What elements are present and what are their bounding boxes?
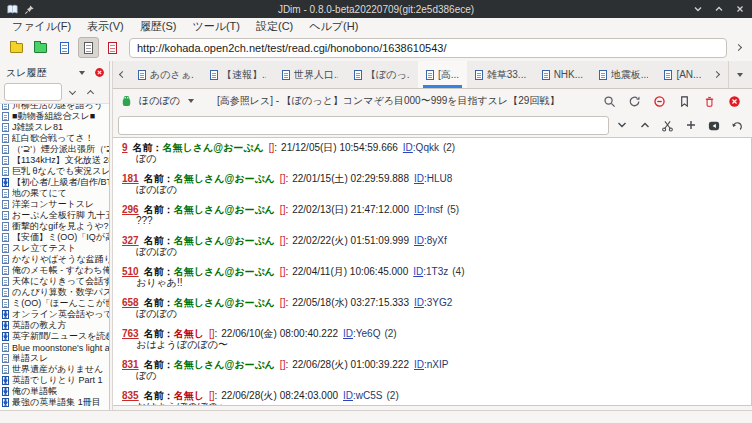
post-number-link[interactable]: 327 [122,235,139,246]
thread-history-item[interactable]: 【1134kHz】文化放送 2887 [2,155,109,166]
sidebar-close-button[interactable] [93,67,105,79]
titlebar[interactable]: JDim - 0.8.0-beta20220709(git:2e5d386ece… [0,0,752,18]
bookmark-button[interactable] [674,92,695,111]
menu-item[interactable]: 履歴(S) [132,18,185,34]
thread-history-item[interactable]: Blue moonstone's light an [2,342,109,353]
menu-item[interactable]: ヘルプ(H) [301,18,366,34]
tab[interactable]: 雑草33... [467,61,534,88]
menu-item[interactable]: 表示(V) [79,18,132,34]
thread-history-item[interactable]: 衝撃的なgifを見ようや? [2,221,109,232]
thread-history-item[interactable]: 最強の英単語集 1冊目 [2,397,109,408]
thread-history-item[interactable]: 英字新聞/ニュースを読むス [2,331,109,342]
thread-doc-icon [2,211,9,220]
thread-history-item[interactable]: 洋楽コンサートスレ [2,199,109,210]
find-prev-button[interactable] [634,116,655,135]
thread-history-item[interactable]: 【安価】ミ(OO)「IQが高くない [2,232,109,243]
post-number-link[interactable]: 9 [122,142,128,153]
thread-history-item[interactable]: スレ立てテスト [2,243,109,254]
post-id-link[interactable]: ID [413,266,423,277]
post-number-link[interactable]: 510 [122,266,139,277]
tab-list-button[interactable] [728,61,750,88]
post-id-link[interactable]: ID [414,235,424,246]
tab-scroll-left-button[interactable] [115,61,130,88]
delete-button[interactable] [699,92,720,111]
post-id-link[interactable]: ID [414,359,424,370]
menu-item[interactable]: ツール(T) [184,18,248,34]
sidebar-search-next-button[interactable] [65,85,80,100]
minimize-button[interactable] [692,3,704,15]
chevron-right-icon [713,71,720,78]
tab[interactable]: 世界人口... [274,61,346,88]
thread-history-item[interactable]: （'⊇'）煙分派出張所（'⊇ [2,144,109,155]
url-input[interactable] [129,38,727,58]
thread-history-item[interactable]: 世界遺産がありません [2,364,109,375]
image-view-button[interactable] [102,37,123,58]
post-id-link[interactable]: ID [414,297,424,308]
post-number-link[interactable]: 831 [122,359,139,370]
thread-history-item[interactable]: のんびり算数・数学パズル [2,287,109,298]
post-number-link[interactable]: 181 [122,173,139,184]
bbs-list-button[interactable] [6,37,27,58]
thread-history-item[interactable]: かなりやばそうな盆踊りに [2,254,109,265]
post-id-link[interactable]: ID [414,204,424,215]
reload-button[interactable] [624,92,645,111]
close-button[interactable] [734,3,746,15]
thread-history-item[interactable]: 俺の単語帳 [2,386,109,397]
thread-history-item[interactable]: オンライン英会話やってる [2,309,109,320]
tab-doc-icon [475,70,483,80]
tab[interactable]: NHK... [534,61,591,88]
stop-button[interactable] [649,92,670,111]
post-number-link[interactable]: 835 [122,390,139,401]
thread-pane: あのさぁ... 【速報】... 世界人口... 【ぼのっ... [113,61,752,410]
find-next-button[interactable] [611,116,632,135]
url-go-button[interactable] [730,37,746,58]
thread-search-input[interactable] [118,116,609,135]
post-id-link[interactable]: ID [403,142,413,153]
post-id-link[interactable]: ID [414,173,424,184]
add-favorite-button[interactable] [680,116,701,135]
board-view-button[interactable] [54,37,75,58]
search-button[interactable] [599,92,620,111]
thread-history-item[interactable]: 英語でしりとり Part 1 [2,375,109,386]
post-number-link[interactable]: 763 [122,328,139,339]
tab[interactable]: [高... [418,61,467,88]
thread-history-item[interactable]: 【初心者/上級者/自作/BTO [2,177,109,188]
tab[interactable]: [AN... [656,61,709,88]
favorites-button[interactable] [30,37,51,58]
post-date: 22/06/28(火) 08:24:03.000 [221,390,338,401]
board-dropdown-button[interactable] [184,94,199,109]
thread-history-item[interactable]: ■動物番組総合スレ■ [2,111,109,122]
thread-history-item[interactable]: 天体になりきって会話する [2,276,109,287]
thread-history-item[interactable]: 巨乳 θなんでも実況スレ10 [2,166,109,177]
thread-history-item[interactable]: 俺のメモ帳 - すなわち俺の [2,265,109,276]
sidebar-search-input[interactable] [4,83,62,101]
thread-history-item[interactable]: 川柳生活の謎を語ろう [2,103,109,111]
thread-history-item[interactable]: 英語の教え方 [2,320,109,331]
thread-history-item[interactable]: おーぷん全板行脚 九十五 [2,210,109,221]
tab-scroll-right-button[interactable] [709,61,724,88]
extract-button[interactable] [657,116,678,135]
thread-view-button[interactable] [78,37,99,58]
menu-item[interactable]: 設定(C) [248,18,301,34]
post-number-link[interactable]: 296 [122,204,139,215]
back-button[interactable] [726,116,747,135]
write-button[interactable] [703,116,724,135]
tab[interactable]: 地震板... [591,61,657,88]
close-thread-button[interactable] [724,92,745,111]
sidebar-dropdown-button[interactable] [74,65,89,80]
post-number-link[interactable]: 658 [122,297,139,308]
tab[interactable]: 【ぼのっ... [346,61,418,88]
tab[interactable]: あのさぁ... [130,61,202,88]
thread-history-item[interactable]: 地の果てにて [2,188,109,199]
thread-history-item[interactable]: J雑談スレ81 [2,122,109,133]
sidebar-search-prev-button[interactable] [83,85,98,100]
tab[interactable]: 【速報】... [202,61,274,88]
maximize-button[interactable] [713,3,725,15]
board-name[interactable]: ほのぼの [139,94,180,108]
thread-history-item[interactable]: ミ(OO)「ほーんここが世界 [2,298,109,309]
post-id-link[interactable]: ID [343,328,353,339]
thread-history-item[interactable]: 紅白歌合戦ってさ！ [2,133,109,144]
thread-history-item[interactable]: 単語スレ [2,353,109,364]
post-id-link[interactable]: ID [343,390,353,401]
menu-item[interactable]: ファイル(F) [4,18,79,34]
